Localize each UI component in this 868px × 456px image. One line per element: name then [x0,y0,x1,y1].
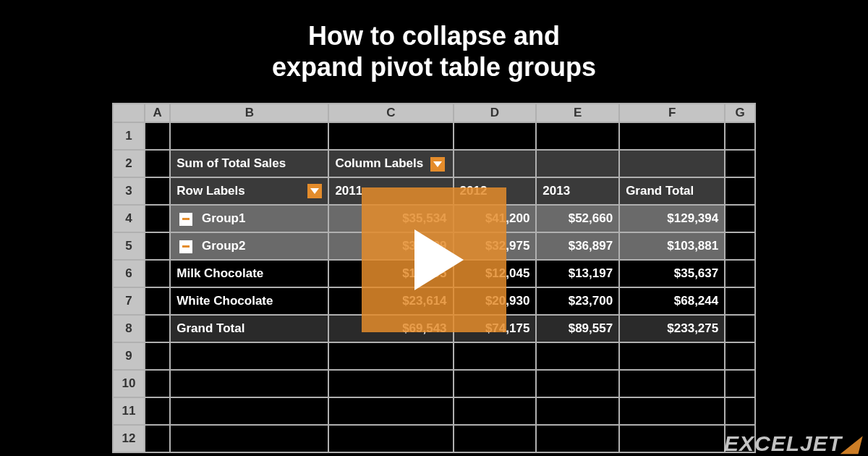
row-header-11[interactable]: 11 [113,397,145,425]
cell[interactable] [725,315,755,342]
select-all-corner[interactable] [113,104,145,122]
white-chocolate-total[interactable]: $68,244 [619,287,725,315]
cell[interactable] [536,122,619,150]
cell[interactable] [328,397,453,425]
cell[interactable] [328,122,453,150]
cell[interactable] [145,397,170,425]
cell[interactable] [454,122,537,150]
cell[interactable] [145,205,170,232]
row-header-7[interactable]: 7 [113,287,145,315]
row-header-1[interactable]: 1 [113,122,145,150]
cell[interactable] [145,177,170,205]
milk-chocolate-label[interactable]: Milk Chocolate [170,260,328,287]
group2-2013[interactable]: $36,897 [536,232,619,260]
cell[interactable] [619,122,725,150]
cell[interactable] [619,397,725,425]
cell[interactable] [145,232,170,260]
cell[interactable] [328,425,453,452]
row-header-9[interactable]: 9 [113,342,145,370]
sum-of-total-sales-label[interactable]: Sum of Total Sales [170,150,328,177]
row-header-8[interactable]: 8 [113,315,145,342]
column-labels-dropdown-icon[interactable] [430,157,445,172]
cell[interactable] [145,315,170,342]
cell[interactable] [536,425,619,452]
cell[interactable] [145,425,170,452]
cell[interactable] [145,370,170,397]
grand-total-label[interactable]: Grand Total [170,315,328,342]
cell[interactable] [145,122,170,150]
group2-label[interactable]: Group2 [170,232,328,260]
cell[interactable] [145,150,170,177]
cell[interactable] [170,370,328,397]
cell[interactable] [328,342,453,370]
cell[interactable] [454,397,537,425]
year-header-2013[interactable]: 2013 [536,177,619,205]
row-labels-cell[interactable]: Row Labels [170,177,328,205]
cell[interactable] [725,232,755,260]
cell[interactable] [619,150,725,177]
cell[interactable] [170,122,328,150]
row-labels-dropdown-icon[interactable] [307,184,322,198]
cell[interactable] [145,287,170,315]
column-header-G[interactable]: G [725,104,755,122]
cell[interactable] [725,177,755,205]
milk-chocolate-total[interactable]: $35,637 [619,260,725,287]
column-labels-cell[interactable]: Column Labels [328,150,453,177]
cell[interactable] [725,287,755,315]
cell[interactable] [328,370,453,397]
play-button[interactable] [362,187,506,332]
cell[interactable] [170,342,328,370]
cell[interactable] [619,342,725,370]
row-header-4[interactable]: 4 [113,205,145,232]
cell[interactable] [170,397,328,425]
page-title: How to collapse and expand pivot table g… [0,0,868,83]
cell[interactable] [536,370,619,397]
cell[interactable] [725,370,755,397]
cell[interactable] [725,150,755,177]
cell[interactable] [454,342,537,370]
cell[interactable] [145,342,170,370]
row-header-3[interactable]: 3 [113,177,145,205]
row-header-5[interactable]: 5 [113,232,145,260]
group2-total[interactable]: $103,881 [619,232,725,260]
column-header-F[interactable]: F [619,104,725,122]
cell[interactable] [536,150,619,177]
grand-total-header[interactable]: Grand Total [619,177,725,205]
cell[interactable] [454,425,537,452]
cell[interactable] [454,150,537,177]
collapse-icon[interactable] [179,213,192,226]
column-header-D[interactable]: D [454,104,537,122]
column-header-C[interactable]: C [328,104,453,122]
grand-total-total[interactable]: $233,275 [619,315,725,342]
grand-total-2013[interactable]: $89,557 [536,315,619,342]
group1-2013[interactable]: $52,660 [536,205,619,232]
milk-chocolate-2013[interactable]: $13,197 [536,260,619,287]
group1-total[interactable]: $129,394 [619,205,725,232]
cell[interactable] [145,260,170,287]
cell[interactable] [725,397,755,425]
row-header-6[interactable]: 6 [113,260,145,287]
column-header-A[interactable]: A [145,104,170,122]
collapse-icon[interactable] [179,240,192,253]
cell[interactable] [725,122,755,150]
cell[interactable] [725,260,755,287]
cell[interactable] [536,397,619,425]
row-header-2[interactable]: 2 [113,150,145,177]
white-chocolate-label[interactable]: White Chocolate [170,287,328,315]
cell[interactable] [170,425,328,452]
white-chocolate-2013[interactable]: $23,700 [536,287,619,315]
logo-icon: ◢ [842,431,859,455]
group1-label[interactable]: Group1 [170,205,328,232]
cell[interactable] [536,342,619,370]
cell[interactable] [725,205,755,232]
column-header-B[interactable]: B [170,104,328,122]
cell[interactable] [619,370,725,397]
cell[interactable] [454,370,537,397]
column-header-E[interactable]: E [536,104,619,122]
cell[interactable] [619,425,725,452]
cell[interactable] [725,342,755,370]
row-header-10[interactable]: 10 [113,370,145,397]
watermark-logo: EXCELJET◢ [724,431,859,456]
row-header-12[interactable]: 12 [113,425,145,452]
